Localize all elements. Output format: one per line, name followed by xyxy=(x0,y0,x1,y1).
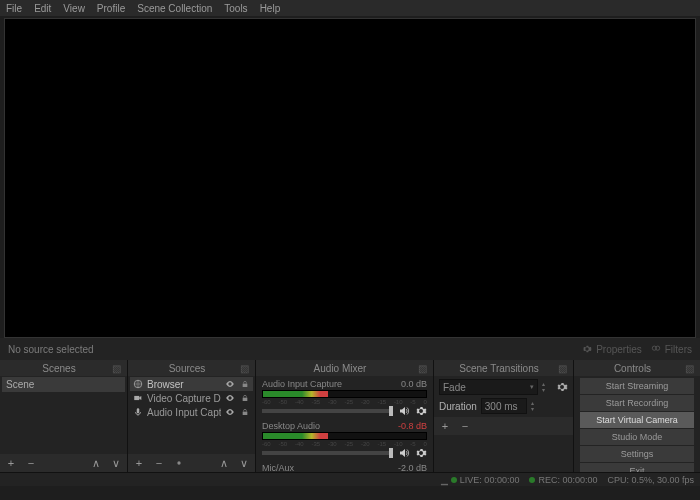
start-streaming-button[interactable]: Start Streaming xyxy=(580,378,694,394)
globe-icon xyxy=(132,378,144,390)
menu-scene-collection[interactable]: Scene Collection xyxy=(137,3,212,14)
svg-rect-3 xyxy=(243,384,248,387)
svg-rect-4 xyxy=(134,396,139,400)
controls-body: Start StreamingStart RecordingStart Virt… xyxy=(574,376,700,472)
popout-icon[interactable]: ▧ xyxy=(112,363,121,374)
preview-canvas[interactable] xyxy=(4,18,696,338)
duration-label: Duration xyxy=(439,401,477,412)
lock-toggle[interactable] xyxy=(241,379,251,389)
svg-rect-5 xyxy=(243,398,248,401)
transition-properties-button[interactable] xyxy=(556,381,568,393)
studio-mode-button[interactable]: Studio Mode xyxy=(580,429,694,445)
menu-profile[interactable]: Profile xyxy=(97,3,125,14)
visibility-toggle[interactable] xyxy=(224,407,238,417)
lock-toggle[interactable] xyxy=(241,393,251,403)
sources-panel: Sources ▧ BrowserVideo Capture DevAudio … xyxy=(128,360,256,472)
source-item[interactable]: Video Capture Dev xyxy=(130,391,253,405)
visibility-toggle[interactable] xyxy=(224,379,238,389)
mixer-channel: Desktop Audio-0.8 dB-60-50-40-35-30-25-2… xyxy=(258,419,431,461)
svg-rect-7 xyxy=(243,412,248,415)
panel-title: Sources xyxy=(134,363,240,374)
scene-item[interactable]: Scene xyxy=(2,377,125,392)
channel-settings-button[interactable] xyxy=(415,405,427,417)
gear-icon xyxy=(581,343,593,355)
mixer-body: Audio Input Capture0.0 dB-60-50-40-35-30… xyxy=(256,376,433,472)
no-source-label: No source selected xyxy=(8,344,94,355)
chevron-down-icon: ▾ xyxy=(530,383,534,391)
source-item[interactable]: Audio Input Capt. xyxy=(130,405,253,419)
source-label: Video Capture Dev xyxy=(147,393,221,404)
sources-list[interactable]: BrowserVideo Capture DevAudio Input Capt… xyxy=(128,376,255,454)
move-down-button[interactable]: ∨ xyxy=(109,456,123,470)
menu-file[interactable]: File xyxy=(6,3,22,14)
move-up-button[interactable]: ∧ xyxy=(89,456,103,470)
settings-button[interactable]: Settings xyxy=(580,446,694,462)
volume-slider[interactable] xyxy=(262,409,393,413)
move-up-button[interactable]: ∧ xyxy=(217,456,231,470)
visibility-toggle[interactable] xyxy=(224,393,238,403)
add-button[interactable]: + xyxy=(438,419,452,433)
sources-toolbar: + − ∧ ∨ xyxy=(128,454,255,472)
menu-view[interactable]: View xyxy=(63,3,85,14)
svg-rect-6 xyxy=(137,408,140,413)
live-dot-icon xyxy=(451,477,457,483)
camera-icon xyxy=(132,392,144,404)
status-rec: REC: 00:00:00 xyxy=(529,475,597,485)
audio-mixer-panel: Audio Mixer ▧ Audio Input Capture0.0 dB-… xyxy=(256,360,434,472)
mixer-channel: Mic/Aux-2.0 dB-60-50-40-35-30-25-20-15-1… xyxy=(258,461,431,472)
filters-button[interactable]: Filters xyxy=(650,343,692,355)
duration-input[interactable]: 300 ms xyxy=(481,398,527,414)
channel-name: Audio Input Capture xyxy=(262,379,342,389)
popout-icon[interactable]: ▧ xyxy=(418,363,427,374)
menu-help[interactable]: Help xyxy=(260,3,281,14)
popout-icon[interactable]: ▧ xyxy=(240,363,249,374)
channel-name: Mic/Aux xyxy=(262,463,294,472)
volume-slider[interactable] xyxy=(262,451,393,455)
scenes-list[interactable]: Scene xyxy=(0,376,127,454)
add-button[interactable]: + xyxy=(132,456,146,470)
transitions-toolbar: + − xyxy=(434,417,573,435)
source-toolbar: No source selected Properties Filters xyxy=(0,338,700,360)
docks: Scenes ▧ Scene + − ∧ ∨ Sources ▧ Browser… xyxy=(0,360,700,472)
speaker-icon[interactable] xyxy=(397,447,411,459)
panel-title: Controls xyxy=(580,363,685,374)
add-button[interactable]: + xyxy=(4,456,18,470)
lock-toggle[interactable] xyxy=(241,407,251,417)
popout-icon[interactable]: ▧ xyxy=(558,363,567,374)
remove-button[interactable]: − xyxy=(152,456,166,470)
start-virtual-camera-button[interactable]: Start Virtual Camera xyxy=(580,412,694,428)
mixer-channel: Audio Input Capture0.0 dB-60-50-40-35-30… xyxy=(258,377,431,419)
broadcast-icon: ▁ xyxy=(441,475,448,485)
channel-db: 0.0 dB xyxy=(401,379,427,389)
menu-edit[interactable]: Edit xyxy=(34,3,51,14)
preview-area xyxy=(0,16,700,338)
channel-name: Desktop Audio xyxy=(262,421,320,431)
source-properties-button[interactable] xyxy=(172,456,186,470)
speaker-icon[interactable] xyxy=(397,405,411,417)
audio-meter xyxy=(262,390,427,398)
popout-icon[interactable]: ▧ xyxy=(685,363,694,374)
audio-meter xyxy=(262,432,427,440)
move-down-button[interactable]: ∨ xyxy=(237,456,251,470)
exit-button[interactable]: Exit xyxy=(580,463,694,472)
menu-tools[interactable]: Tools xyxy=(224,3,247,14)
channel-settings-button[interactable] xyxy=(415,447,427,459)
rec-dot-icon xyxy=(529,477,535,483)
channel-db: -0.8 dB xyxy=(398,421,427,431)
source-item[interactable]: Browser xyxy=(130,377,253,391)
source-label: Browser xyxy=(147,379,221,390)
menubar: FileEditViewProfileScene CollectionTools… xyxy=(0,0,700,16)
scene-transitions-panel: Scene Transitions ▧ Fade ▾ ▴▾ Duration 3… xyxy=(434,360,574,472)
duration-spinner[interactable]: ▴▾ xyxy=(531,400,541,412)
properties-button[interactable]: Properties xyxy=(581,343,642,355)
start-recording-button[interactable]: Start Recording xyxy=(580,395,694,411)
remove-button[interactable]: − xyxy=(24,456,38,470)
panel-title: Audio Mixer xyxy=(262,363,418,374)
mic-icon xyxy=(132,406,144,418)
source-label: Audio Input Capt. xyxy=(147,407,221,418)
transition-select[interactable]: Fade ▾ xyxy=(439,379,538,395)
scenes-toolbar: + − ∧ ∨ xyxy=(0,454,127,472)
remove-button[interactable]: − xyxy=(458,419,472,433)
panel-title: Scene Transitions xyxy=(440,363,558,374)
controls-panel: Controls ▧ Start StreamingStart Recordin… xyxy=(574,360,700,472)
